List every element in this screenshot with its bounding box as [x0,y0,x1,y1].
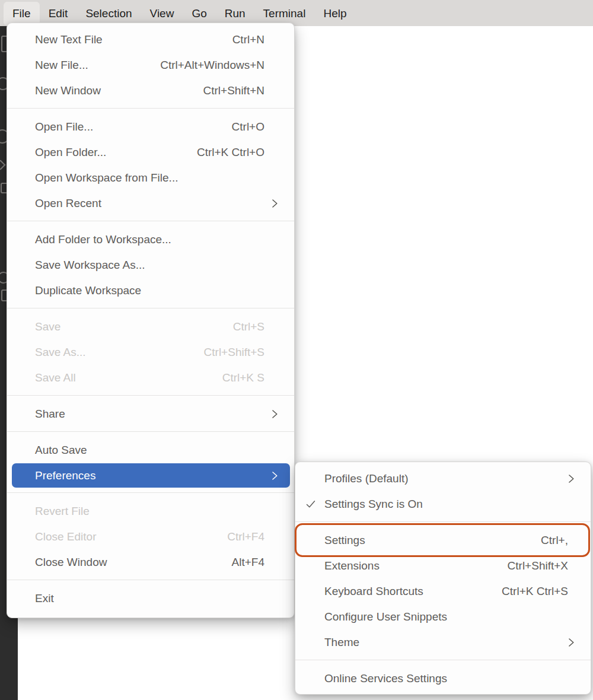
menu-item-label: Revert File [35,505,90,518]
menu-item-open-recent[interactable]: Open Recent [7,190,294,216]
menubar-item-selection[interactable]: Selection [76,2,141,26]
menu-item-shortcut: Ctrl+F4 [215,530,264,543]
menu-item-label: Duplicate Workspace [35,284,141,297]
menu-item-shortcut: Ctrl+O [220,120,264,133]
menu-separator [7,308,294,308]
menu-separator [7,395,294,396]
menubar-item-view[interactable]: View [141,2,183,26]
menu-item-extensions[interactable]: ExtensionsCtrl+Shift+X [295,553,591,578]
menu-item-label: Save Workspace As... [35,259,145,272]
menu-item-label: Theme [324,636,359,649]
menu-item-new-window[interactable]: New WindowCtrl+Shift+N [7,78,294,103]
menu-item-preferences[interactable]: Preferences [12,463,290,488]
menu-item-label: Profiles (Default) [324,472,409,485]
menu-item-shortcut: Ctrl+N [221,33,264,46]
menu-item-open-folder[interactable]: Open Folder...Ctrl+K Ctrl+O [7,139,294,165]
menu-item-save-all: Save AllCtrl+K S [7,365,294,390]
menu-item-label: Open File... [35,120,93,133]
menu-item-new-text-file[interactable]: New Text FileCtrl+N [7,27,294,52]
menu-separator [7,108,294,109]
menubar-item-run[interactable]: Run [216,2,254,26]
menu-item-label: Keyboard Shortcuts [324,585,423,598]
menu-item-label: Open Workspace from File... [35,171,178,184]
menu-item-shortcut: Alt+F4 [220,556,264,569]
chevron-right-icon [568,473,575,483]
menu-item-duplicate-workspace[interactable]: Duplicate Workspace [7,278,294,303]
checkmark-icon [305,499,317,510]
chevron-right-icon [568,637,575,647]
menu-item-shortcut: Ctrl+, [529,534,568,547]
menu-item-keyboard-shortcuts[interactable]: Keyboard ShortcutsCtrl+K Ctrl+S [295,578,591,604]
menu-item-close-window[interactable]: Close WindowAlt+F4 [7,549,294,575]
menu-item-online-services-settings[interactable]: Online Services Settings [295,666,591,691]
menu-item-shortcut: Ctrl+K S [211,371,264,384]
menu-item-shortcut: Ctrl+Shift+S [192,346,264,359]
preferences-submenu: Profiles (Default)Settings Sync is OnSet… [295,462,591,695]
menu-separator [7,492,294,493]
menu-item-settings-sync-is-on[interactable]: Settings Sync is On [295,491,591,517]
menu-item-label: Preferences [35,469,95,482]
menu-item-label: New Text File [35,33,103,46]
menu-item-label: Open Folder... [35,146,106,159]
menu-item-shortcut: Ctrl+Shift+X [496,559,568,572]
menu-item-label: Open Recent [35,197,101,210]
menubar-item-go[interactable]: Go [183,2,215,26]
menu-item-label: Close Editor [35,530,97,543]
menu-item-label: Online Services Settings [324,672,447,685]
menu-item-label: New File... [35,59,88,72]
menu-item-label: Save As... [35,346,86,359]
chevron-right-icon [272,470,278,481]
menu-separator [7,431,294,432]
menu-item-label: Extensions [324,559,380,572]
menu-item-auto-save[interactable]: Auto Save [7,437,294,463]
file-menu-dropdown: New Text FileCtrl+NNew File...Ctrl+Alt+W… [7,23,295,618]
menu-item-close-editor: Close EditorCtrl+F4 [7,524,294,549]
menu-item-label: Add Folder to Workspace... [35,233,171,246]
menu-item-shortcut: Ctrl+Alt+Windows+N [148,59,264,72]
menu-item-shortcut: Ctrl+S [221,320,264,333]
menu-item-label: Exit [35,592,54,605]
menu-item-new-file[interactable]: New File...Ctrl+Alt+Windows+N [7,52,294,78]
menubar-item-terminal[interactable]: Terminal [254,2,315,26]
menu-item-label: Configure User Snippets [324,610,447,623]
menu-item-configure-user-snippets[interactable]: Configure User Snippets [295,604,591,629]
menu-item-label: Share [35,408,65,421]
menu-item-shortcut: Ctrl+K Ctrl+S [490,585,568,598]
menu-separator [7,221,294,221]
menubar-item-help[interactable]: Help [314,2,355,26]
menu-item-save: SaveCtrl+S [7,314,294,339]
menu-item-label: Save All [35,371,76,384]
menu-item-label: Settings [324,534,365,547]
menu-separator [295,521,591,522]
menu-item-profiles-default[interactable]: Profiles (Default) [295,466,591,491]
menu-item-shortcut: Ctrl+Shift+N [192,84,264,97]
menu-item-add-folder-to-workspace[interactable]: Add Folder to Workspace... [7,227,294,252]
chevron-right-icon [272,409,278,419]
menu-item-label: Save [35,320,60,333]
menu-item-open-workspace-from-file[interactable]: Open Workspace from File... [7,165,294,190]
menu-item-label: Settings Sync is On [324,498,423,511]
menu-item-save-workspace-as[interactable]: Save Workspace As... [7,252,294,278]
menu-separator [7,580,294,580]
menu-separator [295,660,591,660]
menu-item-share[interactable]: Share [7,401,294,427]
menu-item-label: Auto Save [35,444,87,457]
menu-item-save-as: Save As...Ctrl+Shift+S [7,339,294,365]
activity-bar-icon-fragment [0,160,5,170]
menu-item-open-file[interactable]: Open File...Ctrl+O [7,114,294,139]
menu-item-shortcut: Ctrl+K Ctrl+O [185,146,264,159]
menu-item-label: Close Window [35,556,107,569]
menubar-item-file[interactable]: File [4,2,40,26]
menu-item-label: New Window [35,84,101,97]
menu-item-settings[interactable]: SettingsCtrl+, [295,527,591,553]
menu-item-theme[interactable]: Theme [295,629,591,655]
menubar-item-edit[interactable]: Edit [40,2,77,26]
menu-item-exit[interactable]: Exit [7,586,294,611]
menu-item-revert-file: Revert File [7,498,294,524]
chevron-right-icon [272,198,278,208]
